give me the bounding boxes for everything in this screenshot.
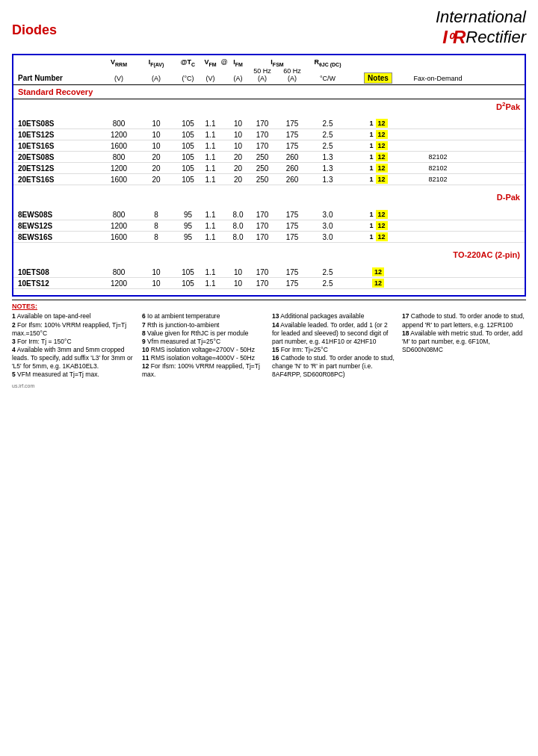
row-fsm50: 170 [247,222,277,230]
col-part-header [18,58,100,67]
row-if: 8 [137,233,175,241]
note-12: 12 [376,210,388,219]
row-part: 20ETS16S [18,176,100,184]
note-item-9: 9 Vfm measured at Tj=25°C [142,338,266,346]
notes-section: NOTES: 1 Available on tape-and-reel 2 Fo… [12,300,526,378]
spacer2 [13,185,525,191]
col-ifm-header1: IFM [229,58,247,67]
note-12: 12 [376,152,388,161]
row-tj: 105 [175,164,201,173]
logo-international: International [436,7,526,27]
row-part: 8EWS16S [18,233,100,241]
row-fax: 82102 [408,164,468,172]
row-vfm: 1.1 [201,268,220,276]
row-fsm60: 175 [277,211,307,219]
row-rth: 2.5 [307,131,348,139]
row-fsm60: 175 [277,268,307,276]
table-row: 20ETS08S 800 20 105 1.1 20 250 260 1.3 1… [13,152,525,163]
notes-col2: 6 Io at ambient temperature 7 Rth is jun… [142,312,266,378]
row-notes: 112 [348,232,408,241]
footer: us.irf.com [12,383,526,388]
row-part: 10ETS12 [18,279,100,288]
package-dpak: D-Pak [13,191,525,203]
row-rth: 3.0 [307,222,348,230]
row-if: 20 [137,164,175,173]
row-vfm: 1.1 [201,176,220,184]
col-vfm-header1: VFM [201,58,220,67]
table-row: 8EWS16S 1600 8 95 1.1 8.0 170 175 3.0 11… [13,232,525,243]
row-ifm: 8.0 [229,211,247,219]
row-fax: 82102 [408,153,468,161]
note-12: 12 [376,175,388,184]
note-item-2: 2 For Ifsm: 100% VRRM reapplied, Tj=Tj m… [12,321,136,338]
note-12: 12 [376,164,388,173]
row-tj: 95 [175,222,201,230]
row-notes: 112 [348,130,408,139]
col-fax-header: Fax-on-Demand [408,75,468,82]
row-ifm: 10 [229,142,247,150]
row-tj: 105 [175,153,201,161]
package-to220ac: TO-220AC (2-pin) [13,249,525,261]
col-rth-header1: RθJC (DC) [307,58,348,67]
note-item-8: 8 Value given for RthJC is per module [142,329,266,338]
note-item-10: 10 RMS isolation voltage=2700V - 50Hz [142,346,266,354]
row-notes: 112 [348,175,408,184]
row-notes: 112 [348,152,408,161]
row-fsm50: 250 [247,176,277,184]
row-tj: 105 [175,176,201,184]
note-item-17: 17 Cathode to stud. To order anode to st… [402,312,526,329]
notes-title: NOTES: [12,303,526,310]
row-part: 10ETS12S [18,131,100,139]
row-fsm60: 175 [277,131,307,139]
note-1: 1 [368,232,374,241]
row-ifm: 20 [229,153,247,161]
row-fsm60: 260 [277,153,307,161]
row-tj: 105 [175,142,201,150]
note-item-1: 1 Available on tape-and-reel [12,312,136,320]
row-if: 10 [137,279,175,288]
row-fsm50: 170 [247,268,277,276]
col-header-row2: Part Number (V) (A) (°C) (V) (A) 50 Hz(A… [13,67,525,85]
row-tj: 105 [175,268,201,276]
row-ifm: 8.0 [229,222,247,230]
row-ifm: 20 [229,164,247,173]
note-item-7: 7 Rth is junction-to-ambient [142,321,266,329]
row-rth: 3.0 [307,233,348,241]
row-vrrm: 800 [100,211,137,219]
page-title: Diodes [12,22,57,38]
row-if: 10 [137,142,175,150]
main-table: VRRM IF(AV) @TC VFM @ IFM IFSM RθJC (DC)… [12,54,526,297]
col-fsm50-label: 50 Hz(A) [247,67,277,82]
row-fsm50: 170 [247,211,277,219]
row-fsm50: 170 [247,233,277,241]
note-12: 12 [372,267,384,276]
row-fsm50: 170 [247,142,277,150]
row-vfm: 1.1 [201,153,220,161]
row-if: 10 [137,268,175,276]
row-if: 10 [137,120,175,128]
row-rth: 2.5 [307,120,348,128]
row-rth: 2.5 [307,279,348,288]
row-rth: 3.0 [307,211,348,219]
col-header-row1: VRRM IF(AV) @TC VFM @ IFM IFSM RθJC (DC) [13,55,525,67]
note-item-4: 4 Available with 3mm and 5mm cropped lea… [12,346,136,371]
row-ifm: 8.0 [229,233,247,241]
row-ifm: 10 [229,131,247,139]
row-fsm60: 175 [277,120,307,128]
row-fsm50: 250 [247,153,277,161]
row-vrrm: 1200 [100,222,137,230]
row-fsm50: 170 [247,279,277,288]
row-rth: 1.3 [307,164,348,173]
note-12: 12 [376,130,388,139]
table-row: 10ETS08S 800 10 105 1.1 10 170 175 2.5 1… [13,118,525,129]
row-tj: 105 [175,131,201,139]
row-part: 10ETS16S [18,142,100,150]
logo-rectifier: Rectifier [466,28,526,47]
row-notes: 112 [348,221,408,230]
row-tj: 95 [175,211,201,219]
note-item-13: 13 Additional packages available [272,312,396,320]
col-notes-header1 [348,58,408,67]
notes-badge-header: Notes [364,72,392,84]
note-12: 12 [376,141,388,150]
col-fsm-header1: IFSM [247,58,307,67]
